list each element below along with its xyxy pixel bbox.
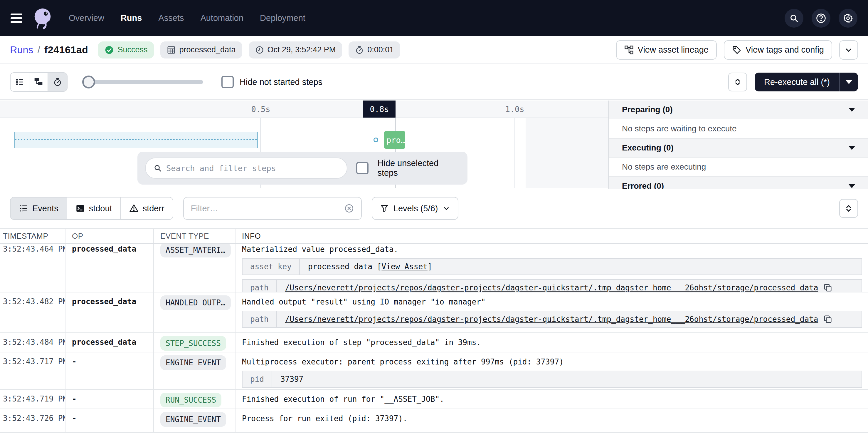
hide-unselected-label: Hide unselected steps — [377, 158, 460, 178]
menu-icon[interactable] — [10, 13, 22, 23]
hide-not-started-label: Hide not started steps — [240, 77, 322, 87]
table-header: TIMESTAMP OP EVENT TYPE INFO — [0, 229, 868, 244]
gantt-zoom-slider[interactable] — [82, 72, 203, 92]
step-bar-processed-data[interactable]: pro… — [384, 131, 405, 149]
view-mode-waterfall-button[interactable] — [29, 73, 48, 91]
stopwatch-icon — [53, 77, 62, 87]
copy-icon[interactable] — [824, 315, 832, 324]
table-row[interactable]: 3:52:43.464 PM processed_data ASSET_MATE… — [0, 244, 868, 292]
tag-icon — [732, 45, 741, 55]
step-waiting-bar — [14, 132, 258, 148]
metadata-row: path /Users/neverett/projects/repos/dags… — [242, 279, 862, 292]
slider-track[interactable] — [82, 80, 203, 84]
collapse-caret-icon — [848, 184, 855, 188]
more-run-actions-button[interactable] — [839, 40, 858, 60]
event-message: Multiprocess executor: parent process ex… — [242, 357, 862, 367]
event-type-badge: ENGINE_EVENT — [160, 355, 226, 370]
chevron-down-icon — [442, 205, 450, 212]
nav-item-deployment[interactable]: Deployment — [260, 13, 305, 23]
expand-collapse-icon — [733, 78, 742, 86]
event-type-badge: ASSET_MATERIALI… — [160, 244, 231, 258]
event-type-badge: HANDLED_OUTPUT — [160, 295, 231, 310]
reexecute-button-group: Re-execute all (*) — [755, 72, 858, 91]
view-mode-timed-button[interactable] — [48, 73, 67, 91]
table-row[interactable]: 3:52:43.719 PM - RUN_SUCCESS Finished ex… — [0, 390, 868, 409]
run-header: Runs / f24161ad Success processed_data O… — [0, 36, 868, 64]
nav-item-overview[interactable]: Overview — [69, 13, 104, 23]
tab-stdout[interactable]: stdout — [67, 198, 121, 219]
view-asset-lineage-button[interactable]: View asset lineage — [616, 40, 717, 60]
table-row[interactable]: 3:52:43.717 PM - ENGINE_EVENT Multiproce… — [0, 352, 868, 390]
expand-logs-button[interactable] — [839, 199, 858, 218]
check-circle-icon — [104, 45, 114, 55]
event-message: Finished execution of step "processed_da… — [242, 338, 862, 347]
table-row[interactable]: 3:52:43.482 PM processed_data HANDLED_OU… — [0, 292, 868, 333]
hide-unselected-checkbox[interactable] — [356, 162, 369, 174]
expand-gantt-button[interactable] — [728, 72, 747, 91]
settings-button[interactable] — [839, 9, 858, 28]
run-actions: View asset lineage View tags and config — [616, 40, 858, 60]
top-nav: Overview Runs Assets Automation Deployme… — [0, 0, 868, 36]
timeline-tick: 0.5s — [251, 105, 270, 114]
log-filter-input[interactable] — [191, 204, 340, 213]
col-op: OP — [65, 229, 154, 243]
run-detail-page: Overview Runs Assets Automation Deployme… — [0, 0, 868, 435]
path-link[interactable]: /Users/neverett/projects/repos/dagster-p… — [285, 283, 818, 292]
duration-badge: 0:00:01 — [348, 41, 400, 58]
step-search-input[interactable] — [166, 164, 339, 173]
collapse-caret-icon — [848, 146, 855, 150]
table-row[interactable]: 3:52:43.726 PM - ENGINE_EVENT Process fo… — [0, 409, 868, 433]
table-row[interactable]: 3:52:43.484 PM processed_data STEP_SUCCE… — [0, 333, 868, 352]
step-status-panel: Preparing (0) No steps are waiting to ex… — [609, 100, 868, 189]
nav-item-assets[interactable]: Assets — [158, 13, 184, 23]
metadata-row: pid 37397 — [242, 371, 862, 388]
step-filter-overlay: Hide unselected steps — [137, 152, 467, 184]
asset-badge[interactable]: processed_data — [160, 41, 242, 58]
view-tags-config-button[interactable]: View tags and config — [724, 40, 832, 60]
timer-icon — [355, 46, 364, 54]
view-asset-link[interactable]: View Asset — [381, 262, 428, 271]
gantt-toolbar: Hide not started steps Re-execute all (*… — [0, 65, 868, 100]
chevron-down-icon — [844, 46, 853, 54]
help-button[interactable] — [812, 9, 830, 28]
breadcrumb-runs-link[interactable]: Runs — [10, 44, 33, 56]
event-message: Handled output "result" using IO manager… — [242, 297, 862, 307]
slider-handle[interactable] — [82, 76, 95, 88]
flat-list-icon — [15, 77, 24, 87]
dagster-logo[interactable] — [31, 6, 54, 31]
gridline — [515, 118, 515, 188]
section-errored[interactable]: Errored (0) — [609, 177, 868, 189]
section-preparing[interactable]: Preparing (0) — [609, 100, 868, 119]
event-type-badge: STEP_SUCCESS — [160, 336, 226, 351]
copy-icon[interactable] — [824, 283, 832, 292]
tab-stderr[interactable]: stderr — [121, 198, 173, 219]
step-search-box — [145, 157, 347, 179]
breadcrumb-separator: / — [37, 44, 40, 56]
reexecute-options-button[interactable] — [839, 72, 858, 91]
timeline-cursor-label: 0.8s — [363, 100, 396, 118]
section-executing[interactable]: Executing (0) — [609, 139, 868, 157]
gantt-timeline: 0.5s 1.0s 0.8s — [0, 100, 609, 118]
col-info: INFO — [236, 229, 868, 243]
view-mode-flat-button[interactable] — [10, 73, 29, 91]
tab-events[interactable]: Events — [10, 198, 67, 219]
warning-icon — [129, 204, 138, 213]
executing-empty-message: No steps are executing — [609, 157, 868, 177]
event-message: Process for run exited (pid: 37397). — [242, 414, 862, 423]
levels-filter-button[interactable]: Levels (5/6) — [372, 197, 459, 220]
start-time-badge: Oct 29, 3:52:42 PM — [249, 41, 342, 58]
nav-item-automation[interactable]: Automation — [200, 13, 243, 23]
clear-filter-icon[interactable] — [344, 203, 354, 213]
search-button[interactable] — [785, 9, 803, 28]
event-message: Materialized value processed_data. — [242, 244, 862, 254]
event-log-table: TIMESTAMP OP EVENT TYPE INFO 3:52:43.464… — [0, 229, 868, 435]
event-list-icon — [19, 204, 28, 213]
help-icon — [815, 12, 827, 24]
nav-item-runs[interactable]: Runs — [121, 13, 142, 23]
nav-actions — [785, 9, 858, 28]
gantt-chart: 0.5s 1.0s 0.8s pro… Hide unselected step… — [0, 100, 609, 189]
path-link[interactable]: /Users/neverett/projects/repos/dagster-p… — [285, 315, 818, 324]
reexecute-all-button[interactable]: Re-execute all (*) — [755, 72, 839, 91]
event-type-badge: RUN_SUCCESS — [160, 393, 221, 407]
hide-not-started-checkbox[interactable] — [221, 76, 234, 88]
